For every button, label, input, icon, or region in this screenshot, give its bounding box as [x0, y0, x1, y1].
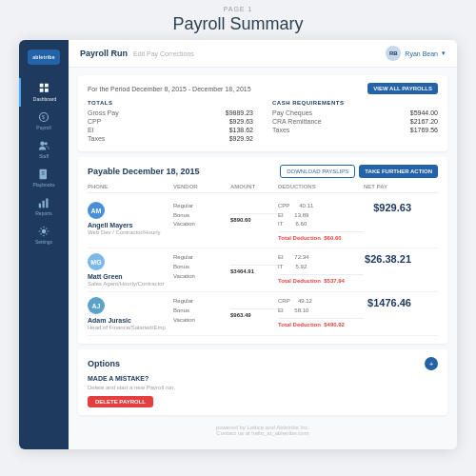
- cash-req-label: Pay Cheques: [272, 109, 312, 116]
- sidebar-item-label: Payroll: [36, 125, 50, 130]
- emp-info: AM Angell Mayers Web Dev / Contractor/Ho…: [88, 202, 173, 235]
- sidebar-item-label: Reports: [35, 210, 52, 216]
- totals-row: Taxes $929.92: [88, 135, 253, 142]
- gear-icon: [38, 226, 50, 237]
- svg-rect-13: [46, 199, 48, 208]
- totals-value: $9889.23: [226, 109, 253, 116]
- totals-grid: TOTALS Gross Pay $9889.23 CPP $929.63 EI…: [88, 100, 438, 144]
- col-header-netpay: Net Pay: [364, 184, 411, 189]
- payable-section: Payable December 18, 2015 DOWNLOAD PAYSL…: [78, 157, 447, 344]
- main-content: Payroll Run Edit Pay Corrections RB Ryan…: [69, 40, 457, 449]
- totals-col: TOTALS Gross Pay $9889.23 CPP $929.63 EI…: [88, 100, 253, 144]
- emp-deductions: CRP 49.12 EI 58.10 Total Deduction $490.…: [278, 297, 364, 329]
- totals-row: EI $138.62: [88, 127, 253, 133]
- emp-net-pay: $26.38.21: [364, 253, 411, 265]
- emp-earnings: Regular Bonus Vacation: [173, 202, 230, 229]
- topbar-subtitle: Edit Pay Corrections: [133, 50, 194, 57]
- dollar-icon: $: [38, 111, 50, 123]
- svg-rect-2: [40, 89, 44, 92]
- sidebar-item-reports[interactable]: Reports: [19, 192, 69, 221]
- totals-row: Gross Pay $9889.23: [88, 109, 253, 116]
- page-wrapper: PAGE 1 Payroll Summary abletribe Dashboa…: [0, 0, 476, 476]
- sidebar-item-dashboard[interactable]: Dashboard: [19, 78, 69, 107]
- totals-col-title: TOTALS: [88, 100, 253, 106]
- svg-rect-3: [45, 89, 49, 92]
- totals-value: $138.62: [229, 127, 253, 133]
- view-all-payrolls-button[interactable]: VIEW ALL PAYROLLS: [367, 83, 438, 94]
- col-header-phone: Phone: [88, 184, 173, 189]
- emp-title: Head of Finance/Salaried/Emp: [88, 325, 173, 330]
- svg-point-6: [40, 142, 45, 147]
- page-label: PAGE 1: [224, 6, 253, 12]
- sidebar-item-label: Settings: [35, 239, 52, 245]
- sidebar: abletribe Dashboard $ Payroll Staff Play…: [19, 40, 69, 449]
- emp-info: MG Matt Green Sales Agent/Hourly/Contrac…: [88, 253, 173, 287]
- emp-amounts: $890.60: [230, 202, 278, 226]
- mistake-title: MADE A MISTAKE?: [88, 375, 438, 382]
- options-expand-button[interactable]: +: [425, 357, 438, 370]
- mistake-subtitle: Delete and start a new Payroll run.: [88, 385, 438, 390]
- book-icon: [38, 169, 50, 180]
- emp-deductions: EI 72.34 IT 5.92 Total Deduction $537.94: [278, 253, 364, 286]
- svg-rect-0: [40, 84, 44, 88]
- cash-req-value: $5944.00: [410, 109, 438, 116]
- sidebar-logo: abletribe: [28, 50, 60, 65]
- page-title: Payroll Summary: [172, 14, 303, 34]
- top-bar: Payroll Run Edit Pay Corrections RB Ryan…: [69, 40, 457, 68]
- totals-label: EI: [88, 127, 94, 133]
- sidebar-item-payroll[interactable]: $ Payroll: [19, 107, 69, 135]
- emp-title: Web Dev / Contractor/Hourly: [88, 229, 173, 235]
- people-icon: [38, 140, 50, 151]
- svg-rect-11: [39, 204, 41, 208]
- sidebar-item-staff[interactable]: Staff: [19, 135, 69, 164]
- delete-payroll-button[interactable]: DELETE PAYROLL: [88, 396, 153, 407]
- totals-label: Taxes: [88, 135, 105, 142]
- sidebar-item-label: Playbooks: [32, 182, 54, 188]
- app-frame: abletribe Dashboard $ Payroll Staff Play…: [19, 40, 457, 449]
- options-header: Options +: [88, 357, 438, 370]
- totals-value: $929.92: [229, 135, 253, 142]
- table-row: AM Angell Mayers Web Dev / Contractor/Ho…: [88, 197, 438, 248]
- emp-table-header: Phone Vendor Amount Deductions Net Pay: [88, 184, 438, 193]
- take-action-button[interactable]: TAKE FURTHER ACTION: [359, 165, 438, 178]
- svg-rect-1: [45, 84, 49, 88]
- emp-earnings: Regular Bonus Vacation: [173, 297, 230, 325]
- cash-req-row: Pay Cheques $5944.00: [272, 109, 438, 116]
- user-name: Ryan Bean: [405, 50, 438, 57]
- svg-text:$: $: [42, 114, 46, 120]
- user-pill[interactable]: RB Ryan Bean ▾: [386, 46, 446, 61]
- emp-amounts: $963.49: [230, 297, 278, 321]
- download-payslips-button[interactable]: DOWNLOAD PAYSLIPS: [280, 165, 355, 178]
- payable-title: Payable December 18, 2015: [88, 167, 200, 176]
- emp-name: Adam Jurasic: [88, 317, 173, 324]
- user-avatar: RB: [386, 46, 401, 61]
- avatar: AM: [88, 202, 105, 219]
- avatar: AJ: [88, 297, 105, 314]
- emp-amounts: $3464.91: [230, 253, 278, 277]
- cash-req-row: CRA Remittance $2167.20: [272, 118, 438, 125]
- emp-net-pay: $929.63: [364, 202, 411, 213]
- totals-label: Gross Pay: [88, 109, 119, 116]
- emp-info: AJ Adam Jurasic Head of Finance/Salaried…: [88, 297, 173, 330]
- emp-name: Angell Mayers: [88, 222, 173, 228]
- section-header: For the Period December 8, 2015 - Decemb…: [88, 83, 438, 94]
- period-text: For the Period December 8, 2015 - Decemb…: [88, 86, 251, 92]
- emp-earnings: Regular Bonus Vacation: [173, 253, 230, 281]
- col-header-amount: Amount: [230, 184, 278, 189]
- cash-req-value: $1769.56: [410, 127, 438, 133]
- emp-title: Sales Agent/Hourly/Contractor: [88, 281, 173, 287]
- cash-req-row: Taxes $1769.56: [272, 127, 438, 133]
- cash-req-label: CRA Remittance: [272, 118, 322, 125]
- cash-requirements-col: CASH REQUIREMENTS Pay Cheques $5944.00 C…: [272, 100, 438, 144]
- sidebar-item-playbooks[interactable]: Playbooks: [19, 164, 69, 192]
- options-section: Options + MADE A MISTAKE? Delete and sta…: [78, 349, 447, 415]
- cash-req-label: Taxes: [272, 127, 289, 133]
- svg-rect-12: [43, 201, 45, 208]
- sidebar-item-settings[interactable]: Settings: [19, 221, 69, 249]
- emp-name: Matt Green: [88, 273, 173, 280]
- topbar-title: Payroll Run: [80, 49, 128, 58]
- options-title: Options: [88, 359, 120, 368]
- chart-icon: [38, 197, 50, 208]
- top-bar-left: Payroll Run Edit Pay Corrections: [80, 49, 194, 58]
- btn-group: DOWNLOAD PAYSLIPS TAKE FURTHER ACTION: [280, 165, 438, 178]
